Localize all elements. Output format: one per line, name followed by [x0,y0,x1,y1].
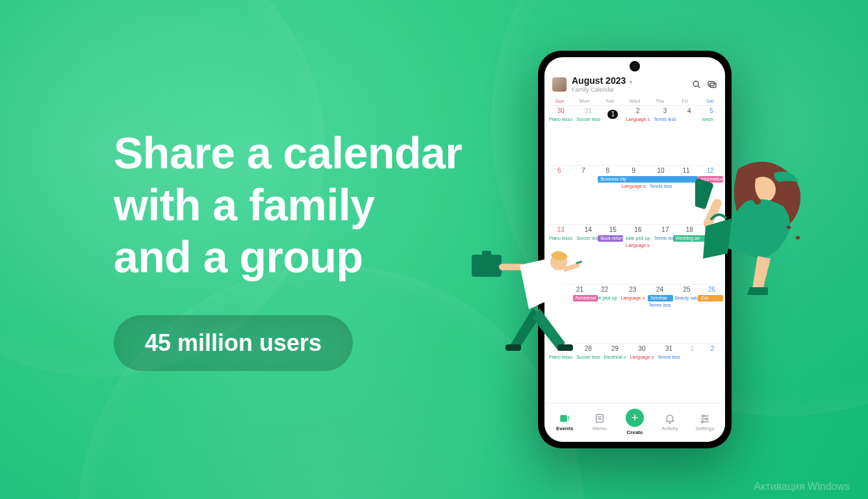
event-chip[interactable]: Tennis less [656,354,682,361]
nav-label: Activity [661,426,678,431]
day-cell[interactable]: 1 [602,106,624,165]
svg-rect-10 [695,178,714,210]
promo-background: Share a calendar with a family and a gro… [0,0,868,499]
day-cell[interactable]: 22kate pick up [591,285,619,344]
svg-rect-7 [557,344,573,351]
day-cell[interactable]: 2Language s [624,106,652,165]
day-number: 10 [648,167,674,174]
svg-point-11 [693,81,698,86]
day-cell[interactable]: 10Tennis less [648,166,674,225]
day-number: 22 [591,286,619,293]
svg-rect-0 [472,255,502,277]
illustration-woman [695,156,825,299]
chat-icon[interactable] [707,79,717,90]
svg-rect-13 [708,81,714,86]
day-number: 30 [547,107,574,114]
headline: Share a calendar with a family and a gro… [114,127,462,283]
day-number: 3 [652,107,678,114]
sliders-icon [699,413,711,424]
event-chip[interactable]: Piano lesso [548,116,574,123]
svg-point-21 [702,415,704,417]
day-cell[interactable]: 9Language s [620,166,648,225]
nav-label: Memo [593,426,607,431]
svg-rect-1 [482,251,491,256]
nav-create[interactable]: + Create [626,409,644,435]
weekday-label: Sun [547,98,572,104]
day-number: 7 [571,167,595,174]
day-number: 17 [652,226,679,233]
event-chip[interactable]: Language s [620,183,647,190]
event-span[interactable]: Seminar [648,295,673,301]
day-number: 4 [678,107,700,114]
bell-icon [664,413,676,424]
day-number: 8 [596,167,620,174]
weekday-label: Sat [697,98,722,104]
event-chip[interactable]: Electrical o [602,354,627,361]
nav-memo[interactable]: Memo [593,413,607,431]
day-cell[interactable]: 23Language s [619,285,647,344]
nav-settings[interactable]: Settings [696,413,715,431]
svg-rect-6 [505,344,521,351]
day-cell[interactable]: 1 [682,344,702,403]
nav-label: Create [627,429,643,435]
day-number: 1 [607,110,618,119]
event-chip[interactable]: Piano lesso [548,235,574,242]
headline-line: with a family [114,180,375,229]
day-cell[interactable]: 30Piano lesso [547,106,574,165]
day-cell[interactable]: 16kate pick upLanguage s [624,225,652,284]
chevron-down-icon: ▾ [630,79,632,85]
event-chip[interactable]: Tennis less [652,116,678,123]
svg-point-25 [702,421,704,423]
event-chip[interactable]: Language s [629,354,656,361]
event-chip[interactable]: Tennis less [648,183,674,190]
day-number: 30 [628,345,656,352]
day-number: 1 [682,345,702,352]
day-number: 13 [547,226,574,233]
month-selector[interactable]: August 2023 ▾ Family Calendar [572,75,686,93]
search-icon[interactable] [691,79,702,90]
day-number: 31 [574,107,602,114]
event-chip[interactable]: Soccer less [575,116,601,123]
family-avatar[interactable] [552,77,567,92]
day-cell[interactable]: 31Tennis less [656,344,682,403]
day-cell[interactable]: 15 [602,225,624,284]
svg-line-12 [698,86,700,88]
event-chip[interactable]: Language s [625,116,652,123]
event-chip[interactable]: kate pick up [624,235,651,242]
day-cell[interactable]: 17Tennis less [652,225,679,284]
day-cell[interactable]: 2 [702,344,722,403]
svg-rect-5 [576,261,582,264]
day-number: 6 [547,167,571,174]
weekday-label: Wed [622,98,648,104]
day-cell[interactable]: 6 [547,166,571,225]
day-cell[interactable]: 8 [596,166,620,225]
day-cell[interactable]: 30Language s [628,344,656,403]
headline-line: and a group [114,232,363,281]
weekday-row: Sun Mon Tue Wed Thu Fri Sat [544,97,725,105]
day-number: 24 [646,286,673,293]
nav-activity[interactable]: Activity [661,413,678,431]
day-cell[interactable]: 24Tennis less [646,285,673,344]
svg-point-23 [706,418,708,420]
day-number: 31 [656,345,682,352]
event-chip[interactable]: Language s [624,242,651,249]
calendar-header: August 2023 ▾ Family Calendar [544,70,725,97]
bottom-nav: Events Memo + Create Activity [544,403,725,442]
day-number: 23 [619,286,647,293]
day-number: 29 [602,345,628,352]
day-cell[interactable]: 3Tennis less [652,106,678,165]
event-span[interactable]: Book return [598,235,623,242]
event-chip[interactable]: Language s [620,295,646,301]
day-cell[interactable]: 31Soccer less [574,106,602,165]
event-chip[interactable]: Tennis less [647,302,672,309]
day-number: 15 [602,226,624,233]
event-span[interactable]: Business trip [598,176,698,183]
nav-events[interactable]: Events [556,413,573,431]
day-number: 16 [624,226,652,233]
day-cell[interactable]: 7 [571,166,595,225]
day-number: 2 [702,345,722,352]
weekday-label: Thu [647,98,672,104]
day-cell[interactable]: 29Electrical o [602,344,628,403]
event-chip[interactable]: lunch [701,116,722,123]
illustration-runner [468,246,585,376]
